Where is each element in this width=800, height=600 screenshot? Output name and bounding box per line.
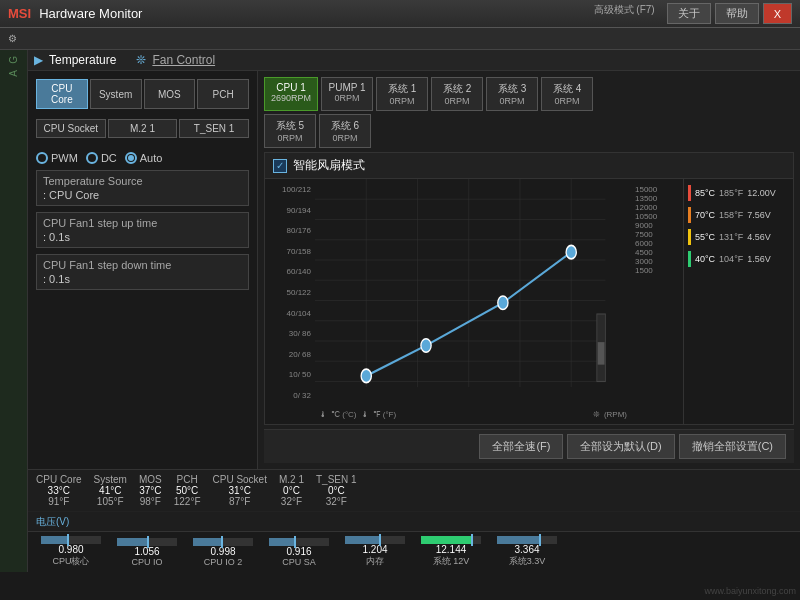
fan-section-title: Fan Control: [152, 53, 215, 67]
step-down-value: : 0.1s: [43, 273, 242, 285]
volt-cpu-io: 1.056 CPU IO: [112, 538, 182, 567]
fan-sys3-label: 系统 3: [493, 82, 531, 96]
chart-area: 100/212 90/194 80/176 70/158 60/140 50/1…: [265, 179, 793, 424]
toolbar-icon: ⚙: [8, 33, 17, 44]
volt-bar-cpu-sa: [269, 538, 329, 546]
temp-source-label: Temperature Source: [43, 175, 242, 187]
fan-sys2-btn[interactable]: 系统 2 0RPM: [431, 77, 483, 111]
section-header-row: ▶ Temperature ❊ Fan Control: [28, 50, 800, 71]
temp-cpu-core: CPU Core 33°C 91°F: [36, 474, 82, 507]
fan-sys1-label: 系统 1: [383, 82, 421, 96]
chart-axis-row: 🌡 ℃ (°C) 🌡 ℉ (°F) ❊ (RPM): [315, 404, 631, 424]
temp-m2: M.2 1 0°C 32°F: [279, 474, 304, 507]
fan-sys3-btn[interactable]: 系统 3 0RPM: [486, 77, 538, 111]
temp-bar-85: [688, 185, 691, 201]
content-area: ▶ Temperature ❊ Fan Control CPU Core Sys…: [28, 50, 800, 572]
dc-radio[interactable]: DC: [86, 152, 117, 164]
main-area: G A ▶ Temperature ❊ Fan Control: [0, 50, 800, 572]
fan-sys6-label: 系统 6: [326, 119, 364, 133]
temp-ref-40: 40°C 104°F 1.56V: [688, 251, 789, 267]
cpu-button-row2: CPU Socket M.2 1 T_SEN 1: [36, 119, 249, 138]
help-button[interactable]: 帮助: [715, 3, 759, 24]
temp-tsen: T_SEN 1 0°C 32°F: [316, 474, 357, 507]
fan-sys1-rpm: 0RPM: [383, 96, 421, 106]
smart-fan-title: 智能风扇模式: [293, 157, 365, 174]
step-up-value: : 0.1s: [43, 231, 242, 243]
chart-y-left: 100/212 90/194 80/176 70/158 60/140 50/1…: [265, 179, 315, 424]
fan-chart-svg: [315, 179, 631, 404]
fan-sys4-btn[interactable]: 系统 4 0RPM: [541, 77, 593, 111]
chart-svg-container: 🌡 ℃ (°C) 🌡 ℉ (°F) ❊ (RPM): [315, 179, 631, 424]
cpu-socket-btn[interactable]: CPU Socket: [36, 119, 106, 138]
volt-bar-sys12v: [421, 536, 481, 544]
temp-section-header[interactable]: ▶ Temperature: [34, 53, 116, 67]
title-bar: MSI Hardware Monitor 高级模式 (F7) 关于 帮助 X: [0, 0, 800, 28]
svg-point-17: [498, 296, 508, 310]
left-sidebar: G A: [0, 50, 28, 572]
m2-btn[interactable]: M.2 1: [108, 119, 178, 138]
advanced-mode-label: 高级模式 (F7): [594, 3, 655, 24]
all-default-btn[interactable]: 全部设为默认(D): [567, 434, 674, 459]
fan-sys1-btn[interactable]: 系统 1 0RPM: [376, 77, 428, 111]
temp-ref-70: 70°C 158°F 7.56V: [688, 207, 789, 223]
fahrenheit-icon: 🌡: [361, 410, 369, 419]
full-speed-btn[interactable]: 全部全速(F): [479, 434, 563, 459]
svg-point-16: [421, 339, 431, 353]
close-button[interactable]: X: [763, 3, 792, 24]
fan-selector-area: CPU 1 2690RPM PUMP 1 0RPM 系统 1 0RPM: [264, 77, 794, 148]
temp-icon: ▶: [34, 53, 43, 67]
svg-rect-20: [598, 342, 605, 365]
fahrenheit-label: ℉ (°F): [373, 410, 397, 419]
temp-bar-40: [688, 251, 691, 267]
step-down-box: CPU Fan1 step down time : 0.1s: [36, 254, 249, 290]
cpu-core-btn[interactable]: CPU Core: [36, 79, 88, 109]
mode-radio-group: PWM DC Auto: [36, 152, 249, 164]
fan-cpu1-btn[interactable]: CPU 1 2690RPM: [264, 77, 318, 111]
auto-radio[interactable]: Auto: [125, 152, 163, 164]
system-btn[interactable]: System: [90, 79, 142, 109]
rpm-icon: ❊: [593, 410, 600, 419]
celsius-icon: 🌡: [319, 410, 327, 419]
voltage-link[interactable]: 电压(V): [36, 516, 69, 527]
auto-label: Auto: [140, 152, 163, 164]
fan-sys5-btn[interactable]: 系统 5 0RPM: [264, 114, 316, 148]
two-panel: CPU Core System MOS PCH CPU Socket M.2 1…: [28, 71, 800, 469]
cancel-all-btn[interactable]: 撤销全部设置(C): [679, 434, 786, 459]
mos-btn[interactable]: MOS: [144, 79, 196, 109]
fan-button-row2: 系统 5 0RPM 系统 6 0RPM: [264, 114, 794, 148]
celsius-label: ℃ (°C): [331, 410, 357, 419]
voltage-bar: 0.980 CPU核心 1.056 CPU IO 0.9: [28, 531, 800, 572]
svg-point-15: [361, 369, 371, 383]
temp-source-value: : CPU Core: [43, 189, 242, 201]
pwm-label: PWM: [51, 152, 78, 164]
fan-sys6-rpm: 0RPM: [326, 133, 364, 143]
about-button[interactable]: 关于: [667, 3, 711, 24]
tsen-btn[interactable]: T_SEN 1: [179, 119, 249, 138]
pch-btn[interactable]: PCH: [197, 79, 249, 109]
fan-sys6-btn[interactable]: 系统 6 0RPM: [319, 114, 371, 148]
temp-readings-bar: CPU Core 33°C 91°F System 41°C 105°F MOS…: [28, 469, 800, 511]
top-toolbar: ⚙: [0, 28, 800, 50]
title-bar-buttons: 高级模式 (F7) 关于 帮助 X: [594, 3, 792, 24]
fan-section-header[interactable]: ❊ Fan Control: [136, 53, 215, 67]
fan-button-row1: CPU 1 2690RPM PUMP 1 0RPM 系统 1 0RPM: [264, 77, 794, 111]
temp-ref-55: 55°C 131°F 4.56V: [688, 229, 789, 245]
smart-fan-area: ✓ 智能风扇模式 100/212 90/194 80/176 70/158: [264, 152, 794, 425]
smart-fan-checkbox[interactable]: ✓: [273, 159, 287, 173]
chart-right-section: 15000 13500 12000 10500 9000 7500 6000 4…: [631, 179, 683, 424]
rpm-label: (RPM): [604, 410, 627, 419]
pwm-radio[interactable]: PWM: [36, 152, 78, 164]
dc-radio-circle: [86, 152, 98, 164]
fan-pump1-btn[interactable]: PUMP 1 0RPM: [321, 77, 373, 111]
volt-bar-cpu-io: [117, 538, 177, 546]
sidebar-g: G: [6, 54, 21, 66]
volt-memory: 1.204 内存: [340, 536, 410, 568]
fan-pump1-label: PUMP 1: [328, 82, 366, 93]
temp-pch: PCH 50°C 122°F: [174, 474, 201, 507]
auto-radio-circle: [125, 152, 137, 164]
app-logo: MSI: [8, 6, 31, 21]
fan-cpu1-rpm: 2690RPM: [271, 93, 311, 103]
volt-bar-sys33v: [497, 536, 557, 544]
volt-bar-cpu-core: [41, 536, 101, 544]
volt-sys33v: 3.364 系统3.3V: [492, 536, 562, 568]
